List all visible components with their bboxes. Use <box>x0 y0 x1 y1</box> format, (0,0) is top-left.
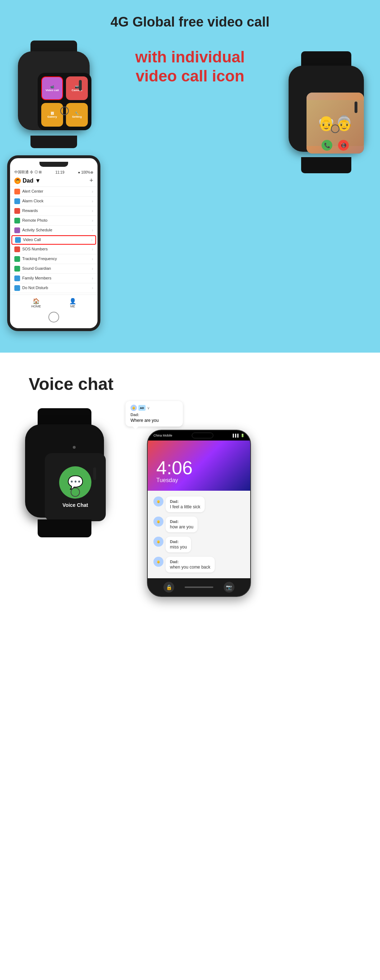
voice-watch-strap-bottom <box>38 519 91 537</box>
chevron-disturb: › <box>92 286 93 291</box>
chevron-tracking: › <box>92 256 93 261</box>
iphone-carrier-text: China Mobile <box>153 434 172 437</box>
menu-label-alarm: Alarm Clock <box>22 199 43 203</box>
watch2-strap-bottom <box>301 157 351 173</box>
voice-right-area: 👴 AD ∨ Dad: Where are you China Mobile ▌… <box>126 408 366 597</box>
voice-watch-home-button[interactable] <box>71 487 80 497</box>
app-icon-camera[interactable]: 📷 Camera <box>66 76 88 100</box>
iphone-lock-icon[interactable]: 🔒 <box>164 582 174 593</box>
home-icon: 🏠 <box>33 298 40 305</box>
chevron-photo: › <box>92 218 93 223</box>
iphone-signal: ▌▌▌ 🔋 <box>233 434 245 437</box>
menu-label-video: Video Call <box>23 237 41 242</box>
menu-alarm-clock[interactable]: Alarm Clock › <box>10 197 97 206</box>
chevron-video: › <box>91 237 92 242</box>
menu-alert-center[interactable]: Alert Center › <box>10 187 97 197</box>
floating-badge: AD <box>138 405 146 411</box>
chat-bubble-1: Dad: I feel a little sick <box>165 496 205 512</box>
chevron-rewards: › <box>92 208 93 213</box>
accept-call-button[interactable]: 📞 <box>321 140 332 151</box>
menu-label-rewards: Rewards <box>22 208 38 213</box>
phone-notch <box>40 162 68 167</box>
smartwatch-1: 📹 Video call 📷 Camera 🖼 Gallery 🔧 <box>7 41 100 148</box>
left-column: 📹 Video call 📷 Camera 🖼 Gallery 🔧 <box>7 41 100 331</box>
app-icon-gallery[interactable]: 🖼 Gallery <box>41 103 63 127</box>
app-icon-video[interactable]: 📹 Video call <box>41 76 63 100</box>
call-buttons-area: 📞 📵 <box>307 140 364 151</box>
watch2-home-button[interactable] <box>331 124 340 133</box>
battery-text: ● 100%⊕ <box>78 170 93 174</box>
chat-row-4: 👴 Dad: when you come back <box>153 557 245 573</box>
add-button[interactable]: + <box>89 177 93 185</box>
menu-video-call[interactable]: Video Call › <box>11 235 96 245</box>
dad-avatar: 👨 <box>14 178 21 184</box>
footer-me[interactable]: 👤 ME <box>69 298 76 308</box>
menu-family-members[interactable]: Family Members › <box>10 274 97 283</box>
chat-messages-area: 👴 Dad: I feel a little sick 👴 Dad: how a… <box>148 491 250 578</box>
floating-message: Where are you <box>130 418 178 423</box>
chat-avatar-1: 👴 <box>153 496 164 506</box>
menu-activity-schedule[interactable]: Activity Schedule › <box>10 226 97 235</box>
watch-strap-bottom <box>30 135 77 148</box>
iphone-day: Tuesday <box>156 477 178 484</box>
app-icon-setting[interactable]: 🔧 Setting <box>66 103 88 127</box>
chat-text-2: how are you <box>170 525 193 530</box>
phone-status-bar: 中国联通 令 ◎ ⊞ 11:19 ● 100%⊕ <box>10 169 97 175</box>
menu-label-sound: Sound Guardian <box>22 266 51 270</box>
chat-bubble-4: Dad: when you come back <box>165 557 215 573</box>
voice-chat-title: Voice chat <box>14 374 366 394</box>
voice-chat-screen-label: Voice Chat <box>62 502 88 508</box>
voice-content-area: 💬 Voice Chat 👴 AD ∨ Dad: Where are you <box>14 408 366 597</box>
floating-avatar: 👴 <box>130 405 137 411</box>
middle-text-area: with individual video call icon <box>108 41 272 93</box>
voice-watch-screen: 💬 Voice Chat <box>45 453 106 521</box>
voice-smartwatch: 💬 Voice Chat <box>14 408 115 537</box>
menu-remote-photo[interactable]: Remote Photo › <box>10 216 97 226</box>
carrier-text: 中国联通 令 ◎ ⊞ <box>14 170 41 175</box>
phone-footer: 🏠 HOME 👤 ME <box>10 294 97 310</box>
menu-rewards[interactable]: Rewards › <box>10 206 97 216</box>
iphone-bottom-bar: 🔒 📷 <box>148 578 250 596</box>
me-icon: 👤 <box>69 298 76 305</box>
phone-mockup: 中国联通 令 ◎ ⊞ 11:19 ● 100%⊕ 👨 Dad ▼ + Alert… <box>7 155 100 331</box>
iphone-camera-icon[interactable]: 📷 <box>224 582 234 593</box>
voice-watch-strap-top <box>38 408 91 426</box>
watch-side-button[interactable] <box>79 80 82 91</box>
chat-text-3: miss you <box>170 544 187 550</box>
smartwatch-2: 👴👵 📞 📵 <box>280 51 373 173</box>
menu-do-not-disturb[interactable]: Do Not Disturb › <box>10 283 97 293</box>
footer-home[interactable]: 🏠 HOME <box>31 298 41 308</box>
menu-label-tracking: Tracking Frequency <box>22 256 57 261</box>
bubble-arrow <box>133 426 138 430</box>
watch-home-button[interactable] <box>60 107 69 115</box>
watch-screen: 📹 Video call 📷 Camera 🖼 Gallery 🔧 <box>38 73 91 130</box>
watch2-side-button[interactable] <box>355 102 358 113</box>
menu-sos-numbers[interactable]: SOS Numbers › <box>10 245 97 255</box>
menu-sound-guardian[interactable]: Sound Guardian › <box>10 264 97 274</box>
camera-bottom-icon: 📷 <box>226 584 232 590</box>
chat-row-2: 👴 Dad: how are you <box>153 517 245 532</box>
chevron-sound: › <box>92 266 93 271</box>
menu-label-schedule: Activity Schedule <box>22 228 52 232</box>
gallery-icon: 🖼 <box>51 111 54 115</box>
section-voice-chat: Voice chat 💬 Voice Chat <box>0 353 380 619</box>
watch2-strap-top <box>301 51 351 67</box>
voice-watch-side-button[interactable] <box>93 468 96 480</box>
menu-tracking-frequency[interactable]: Tracking Frequency › <box>10 255 97 264</box>
setting-label: Setting <box>72 115 82 118</box>
menu-label-disturb: Do Not Disturb <box>22 286 48 290</box>
phone-home-button[interactable] <box>48 312 59 323</box>
chat-sender-2: Dad: <box>170 519 193 524</box>
home-label: HOME <box>31 305 41 308</box>
chevron-sos: › <box>92 247 93 252</box>
menu-label-photo: Remote Photo <box>22 218 47 223</box>
camera-icon: 📷 <box>75 85 79 89</box>
setting-icon: 🔧 <box>75 111 79 115</box>
decline-call-button[interactable]: 📵 <box>338 140 349 151</box>
chevron-alert: › <box>92 189 93 194</box>
iphone-notch <box>192 433 213 438</box>
time-text: 11:19 <box>55 170 64 174</box>
chat-row-1: 👴 Dad: I feel a little sick <box>153 496 245 512</box>
section-title: 4G Global free video call <box>7 14 373 30</box>
chat-avatar-3: 👴 <box>153 537 164 547</box>
